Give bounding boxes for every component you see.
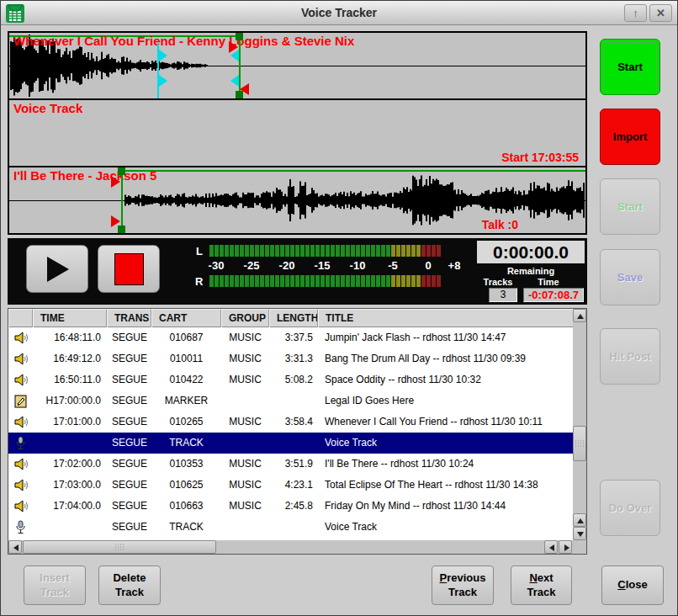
green-handle-icon[interactable] (118, 167, 125, 175)
cyan-marker-icon[interactable] (159, 50, 167, 61)
speaker-icon (8, 412, 33, 433)
scroll-right-button[interactable] (559, 540, 572, 554)
red-marker-icon[interactable] (229, 41, 238, 53)
cell-length (269, 390, 318, 412)
start-record-button[interactable]: Start (600, 39, 660, 95)
cell-title: Voice Track (318, 433, 573, 454)
cell-title: Legal ID Goes Here (318, 390, 573, 412)
scale-tick-label: -30 (209, 259, 225, 272)
shade-button[interactable]: ↑ (624, 4, 647, 22)
column-trans[interactable]: TRANS (107, 309, 151, 327)
start-marker-line[interactable] (121, 167, 123, 233)
scroll-left-button-2[interactable] (544, 540, 558, 554)
column-length[interactable]: LENGTH (269, 309, 318, 327)
log-table: TIME TRANS CART GROUP LENGTH TITLE 16:48… (8, 308, 587, 555)
close-button[interactable]: Close (601, 566, 664, 605)
cell-group: MUSIC (221, 475, 269, 496)
cell-group: MUSIC (221, 454, 269, 475)
column-time[interactable]: TIME (33, 309, 107, 327)
horizontal-scroll-thumb[interactable] (23, 540, 216, 554)
window-close-button[interactable]: ✕ (649, 4, 672, 22)
vertical-scroll-thumb[interactable] (573, 426, 586, 461)
column-group[interactable]: GROUP (221, 309, 269, 327)
log-row[interactable]: 17:03:00.0SEGUE010625MUSIC4:23.1Total Ec… (8, 475, 573, 496)
waveform-voice-track[interactable]: Voice Track Start 17:03:55 (9, 100, 585, 166)
play-button[interactable] (26, 245, 88, 293)
cell-length (269, 517, 318, 538)
log-row[interactable]: 17:02:00.0SEGUE010353MUSIC3:51.9I'll Be … (8, 454, 573, 475)
speaker-icon (8, 369, 33, 390)
red-marker-icon[interactable] (111, 176, 120, 188)
cell-group: MUSIC (221, 327, 269, 348)
cell-cart: TRACK (151, 433, 221, 454)
cell-length: 5:08.2 (269, 369, 318, 390)
horizontal-scrollbar[interactable] (8, 540, 573, 554)
cell-cart: 010422 (151, 369, 221, 390)
voice-track-start-time: Start 17:03:55 (501, 151, 579, 164)
elapsed-timer: 0:00:00.0 (477, 241, 585, 263)
talk-time-label: Talk :0 (482, 218, 518, 231)
speaker-icon (8, 327, 33, 348)
cell-length: 3:58.4 (269, 412, 318, 433)
column-cart[interactable]: CART (151, 309, 221, 327)
log-row[interactable]: 16:48:11.0SEGUE010687MUSIC3:37.5Jumpin' … (8, 327, 573, 348)
vu-meter-right (209, 275, 443, 287)
scroll-up-button-2[interactable] (573, 513, 586, 527)
log-row[interactable]: SEGUETRACKVoice Track (8, 517, 573, 538)
cell-cart: 010353 (151, 454, 221, 475)
cyan-marker-icon[interactable] (159, 75, 167, 87)
cell-trans: SEGUE (107, 433, 151, 454)
left-arrow-icon (13, 544, 19, 551)
cell-cart: TRACK (151, 517, 221, 538)
scale-tick-label: -5 (388, 259, 398, 272)
scroll-up-button[interactable] (573, 309, 586, 322)
cell-trans: SEGUE (107, 390, 151, 412)
cell-title: Jumpin' Jack Flash -- rdhost 11/30 14:47 (318, 327, 573, 348)
previous-track-button[interactable]: Previous Track (432, 566, 494, 605)
delete-track-button[interactable]: Delete Track (98, 566, 161, 605)
column-icon[interactable] (8, 309, 33, 327)
cell-length (269, 433, 318, 454)
waveform-track-next[interactable]: I'll Be There - Jackson 5 Talk :0 (9, 167, 585, 233)
log-row[interactable]: SEGUETRACKVoice Track (8, 433, 573, 454)
green-handle-icon[interactable] (236, 33, 243, 40)
cell-length: 3:31.3 (269, 348, 318, 369)
log-row[interactable]: 17:04:00.0SEGUE010663MUSIC2:45.8Friday O… (8, 496, 573, 517)
speaker-icon (8, 475, 33, 496)
waveform-track-previous[interactable]: Whenever I Call You Friend - Kenny Loggi… (9, 33, 585, 98)
log-row[interactable]: 16:49:12.0SEGUE010011MUSIC3:31.3Bang The… (8, 348, 573, 369)
red-marker-icon[interactable] (111, 215, 120, 227)
next-track-button[interactable]: Next Track (511, 566, 572, 605)
cell-cart: MARKER (151, 390, 221, 412)
grip-icon (114, 544, 124, 551)
region-start-line (121, 170, 585, 172)
column-title[interactable]: TITLE (318, 309, 573, 327)
remaining-label: Remaining (477, 266, 585, 276)
cyan-marker-icon[interactable] (230, 75, 239, 87)
mic-icon (8, 517, 33, 538)
time-label: Time (525, 277, 572, 287)
vertical-scrollbar[interactable] (573, 309, 586, 540)
import-button[interactable]: Import (600, 109, 660, 165)
cell-length: 4:23.1 (269, 475, 318, 496)
speaker-icon (8, 348, 33, 369)
log-header: TIME TRANS CART GROUP LENGTH TITLE (8, 309, 573, 327)
red-marker-icon[interactable] (240, 83, 249, 95)
stop-button[interactable] (98, 245, 160, 293)
log-row[interactable]: H17:00:00.0SEGUEMARKERLegal ID Goes Here (8, 390, 573, 412)
window-title: Voice Tracker (1, 6, 677, 19)
cell-cart: 010011 (151, 348, 221, 369)
cell-trans: SEGUE (107, 496, 151, 517)
scale-tick-label: -10 (350, 259, 366, 272)
scroll-down-button[interactable] (573, 527, 586, 540)
cell-cart: 010625 (151, 475, 221, 496)
cell-cart: 010663 (151, 496, 221, 517)
scroll-left-button[interactable] (8, 540, 22, 554)
cell-trans: SEGUE (107, 327, 151, 348)
stop-icon (114, 253, 144, 285)
cell-group: MUSIC (221, 348, 269, 369)
voice-tracker-window: Voice Tracker ↑ ✕ Whenever I Call You Fr… (0, 0, 678, 616)
meter-left-label: L (196, 245, 203, 258)
log-row[interactable]: 16:50:11.0SEGUE010422MUSIC5:08.2Space Od… (8, 369, 573, 390)
log-row[interactable]: 17:01:00.0SEGUE010265MUSIC3:58.4Whenever… (8, 412, 573, 433)
